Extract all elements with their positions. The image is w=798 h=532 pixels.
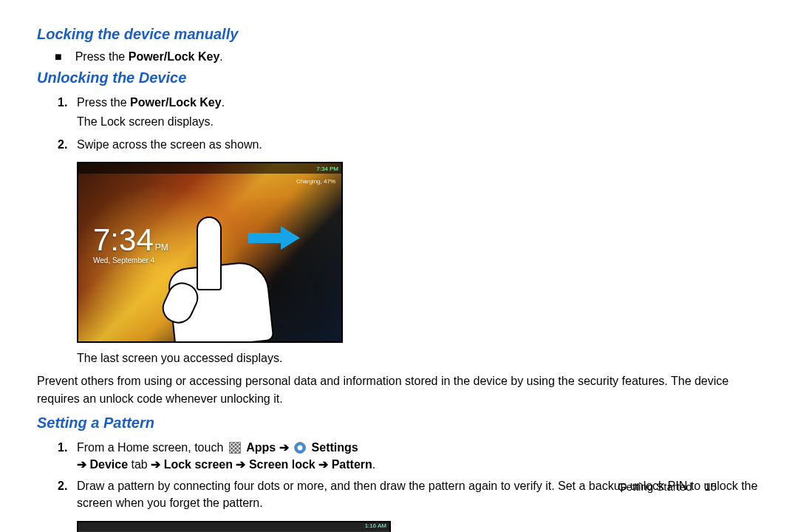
status-bar: 7:34 PM (78, 163, 341, 174)
step-1-detail: The Lock screen displays. (37, 115, 761, 129)
arrow-icon: ➔ (279, 441, 289, 454)
step-number: 1. (58, 439, 71, 473)
pattern-screenshot: 1:16 AM ? Draw pattern to unlock screen … (77, 521, 391, 533)
arrow-icon: ➔ (318, 458, 328, 471)
step-number: 1. (58, 94, 71, 111)
power-lock-key: Power/Lock Key (130, 96, 222, 109)
text: . (222, 96, 225, 109)
page-footer: Getting Started 15 (618, 480, 717, 493)
settings-label: Settings (312, 441, 358, 454)
step-number: 2. (58, 477, 71, 511)
after-image-text: The last screen you accessed displays. (37, 352, 761, 365)
lockscreen-screenshot: 7:34 PM Charging, 47% 7:34PM Wed, Septem… (77, 162, 343, 343)
text: Press the (77, 96, 130, 109)
screenlock-label: Screen lock (249, 458, 316, 471)
heading-setting-pattern: Setting a Pattern (37, 415, 761, 432)
apps-grid-icon (229, 442, 241, 454)
device-label: Device (89, 458, 128, 471)
left-column: Locking the device manually ■ Press the … (37, 26, 761, 365)
right-column: Prevent others from using or accessing p… (37, 372, 761, 532)
text: . (219, 50, 222, 63)
status-bar: 1:16 AM (78, 522, 389, 531)
hand-illustration (171, 216, 274, 343)
bullet-text: Press the Power/Lock Key. (75, 50, 223, 64)
time-value: 7:34 (93, 222, 154, 257)
pattern-label: Pattern (332, 458, 372, 471)
text: From a Home screen, touch (77, 441, 227, 454)
pattern-step-1: 1. From a Home screen, touch Apps ➔ Sett… (37, 439, 761, 473)
arrow-icon: ➔ (77, 458, 86, 471)
intro-paragraph: Prevent others from using or accessing p… (37, 372, 761, 406)
power-lock-key: Power/Lock Key (129, 50, 220, 63)
date-value: Wed, September 4 (93, 256, 168, 265)
arrow-icon: ➔ (236, 458, 245, 471)
lockscreen-label: Lock screen (164, 458, 233, 471)
settings-gear-icon (294, 442, 306, 454)
step-number: 2. (58, 136, 71, 153)
section-name: Getting Started (618, 480, 692, 493)
heading-unlocking: Unlocking the Device (37, 69, 761, 86)
step-2: 2. Swipe across the screen as shown. (37, 136, 761, 153)
bullet-press-power: ■ Press the Power/Lock Key. (37, 50, 761, 64)
clock-widget: 7:34PM Wed, September 4 (93, 222, 168, 265)
step-text: Press the Power/Lock Key. (77, 94, 225, 111)
step-text: From a Home screen, touch Apps ➔ Setting… (77, 439, 375, 473)
text: tab (128, 458, 151, 471)
heading-lock-manual: Locking the device manually (37, 26, 761, 43)
step-text: Swipe across the screen as shown. (77, 136, 262, 153)
charging-label: Charging, 47% (296, 178, 335, 185)
lockscreen-figure: 7:34 PM Charging, 47% 7:34PM Wed, Septem… (77, 162, 761, 343)
status-time: 7:34 PM (316, 166, 338, 172)
apps-label: Apps (246, 441, 276, 454)
status-time: 1:16 AM (365, 522, 386, 529)
step-1: 1. Press the Power/Lock Key. (37, 94, 761, 111)
time-ampm: PM (155, 242, 168, 253)
text: Press the (75, 50, 129, 63)
square-bullet: ■ (55, 50, 62, 64)
page-number: 15 (704, 480, 717, 493)
arrow-icon: ➔ (151, 458, 160, 471)
